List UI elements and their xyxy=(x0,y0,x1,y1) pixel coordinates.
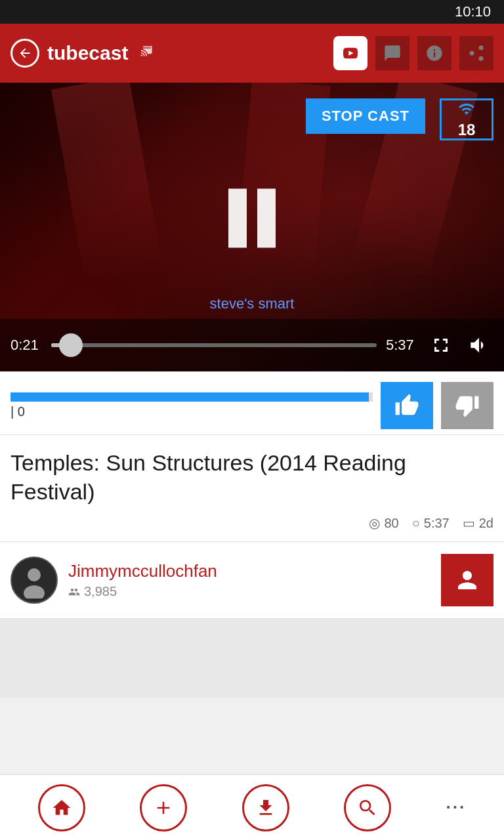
status-bar: 10:10 xyxy=(0,0,504,24)
status-time: 10:10 xyxy=(455,3,491,20)
views-meta: ◎ 80 xyxy=(369,515,398,531)
channel-avatar[interactable] xyxy=(10,556,58,604)
cast-device-number: 18 xyxy=(458,121,476,139)
content-area: | 0 Temples: Sun Structures (2014 Readin… xyxy=(0,371,504,698)
comments-icon[interactable] xyxy=(375,36,410,70)
more-button[interactable]: ··· xyxy=(446,797,467,818)
channel-subs: 3,985 xyxy=(68,584,441,599)
volume-icon[interactable] xyxy=(465,331,494,360)
progress-track[interactable] xyxy=(51,343,377,347)
add-nav-button[interactable] xyxy=(140,784,187,831)
cast-device-badge: 18 xyxy=(440,98,494,140)
like-bar: | 0 xyxy=(0,371,504,435)
date-value: 2d xyxy=(479,516,494,531)
like-progress-fill xyxy=(10,392,369,402)
video-player[interactable]: STOP CAST 18 steve's smart 0:21 5:37 xyxy=(0,83,504,371)
app-title: tubecast xyxy=(47,42,128,64)
like-progress-track xyxy=(10,392,373,402)
video-title: Temples: Sun Structures (2014 Reading Fe… xyxy=(10,448,494,506)
svg-point-1 xyxy=(470,51,474,56)
channel-info: Jimmymccullochfan 3,985 xyxy=(68,561,441,599)
like-count: | 0 xyxy=(10,404,373,419)
search-nav-button[interactable] xyxy=(344,784,391,831)
calendar-icon: ▭ xyxy=(463,515,475,531)
pause-button[interactable] xyxy=(228,189,276,248)
views-count: 80 xyxy=(384,516,398,531)
duration-value: 5:37 xyxy=(424,516,450,531)
total-time: 5:37 xyxy=(386,337,417,354)
stop-cast-button[interactable]: STOP CAST xyxy=(306,98,425,134)
follow-button[interactable] xyxy=(441,554,494,606)
duration-meta: ○ 5:37 xyxy=(412,516,450,531)
current-time: 0:21 xyxy=(10,337,42,354)
channel-name[interactable]: Jimmymccullochfan xyxy=(68,561,441,581)
cast-signal-icon xyxy=(140,45,154,62)
svg-point-2 xyxy=(479,56,484,61)
cast-wifi-icon xyxy=(456,100,477,121)
download-nav-button[interactable] xyxy=(242,784,289,831)
bottom-nav: ··· xyxy=(0,774,504,840)
info-icon[interactable] xyxy=(417,36,452,70)
svg-point-4 xyxy=(28,568,41,581)
channel-section: Jimmymccullochfan 3,985 xyxy=(0,542,504,619)
youtube-icon[interactable] xyxy=(333,36,368,70)
home-nav-button[interactable] xyxy=(38,784,85,831)
video-meta: ◎ 80 ○ 5:37 ▭ 2d xyxy=(10,515,494,531)
views-icon: ◎ xyxy=(369,515,380,531)
share-icon[interactable] xyxy=(459,36,494,70)
dislike-button[interactable] xyxy=(441,382,494,429)
progress-thumb[interactable] xyxy=(59,333,83,357)
back-button[interactable] xyxy=(10,39,39,68)
fullscreen-icon[interactable] xyxy=(427,331,455,360)
gray-area xyxy=(0,619,504,698)
svg-point-0 xyxy=(479,45,484,50)
subscribers-count: 3,985 xyxy=(84,584,117,599)
like-button[interactable] xyxy=(381,382,433,429)
video-subtitle: steve's smart xyxy=(0,295,504,312)
video-title-section: Temples: Sun Structures (2014 Reading Fe… xyxy=(0,435,504,542)
video-controls: 0:21 5:37 xyxy=(0,319,504,371)
duration-icon: ○ xyxy=(412,516,420,531)
navbar: tubecast xyxy=(0,24,504,83)
like-progress-wrap: | 0 xyxy=(10,392,373,419)
date-meta: ▭ 2d xyxy=(463,515,494,531)
